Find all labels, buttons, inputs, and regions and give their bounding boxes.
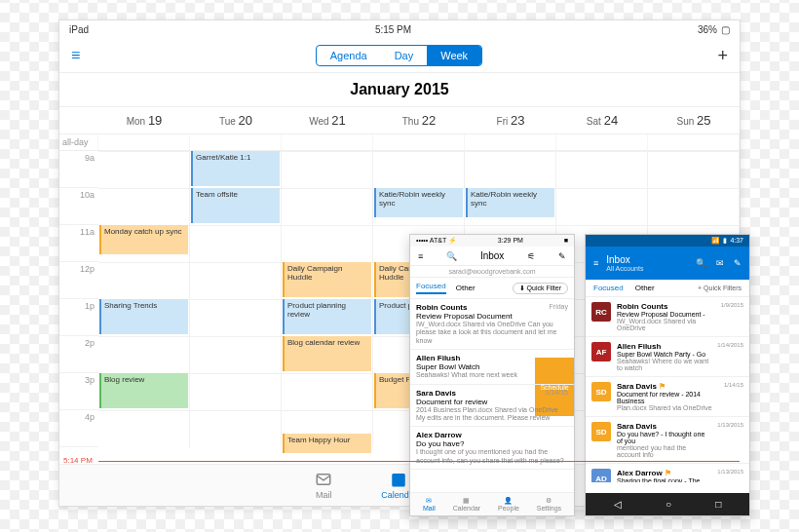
ios-statusbar: ••••• AT&T ⚡3:29 PM■ — [410, 235, 574, 247]
home-button[interactable]: ○ — [666, 499, 671, 510]
message-item[interactable]: AFAllen FilushSuper Bowl Watch Party - G… — [586, 337, 749, 377]
ipad-statusbar: iPad 5:15 PM 36%▢ — [59, 20, 740, 39]
device-label: iPad — [69, 24, 89, 35]
day-headers: Mon 19 Tue 20 Wed 21 Thu 22 Fri 23 Sat 2… — [59, 107, 740, 134]
message-item[interactable]: Allen FilushSuper Bowl WatchSeahawks! Wh… — [410, 350, 574, 384]
segment-day[interactable]: Day — [381, 46, 428, 65]
day-thu[interactable]: Thu 22 — [373, 107, 465, 133]
segment-week[interactable]: Week — [427, 46, 481, 65]
toolbar: ≡ Agenda Day Week + — [59, 39, 740, 73]
quick-filters-button[interactable]: + Quick Filters — [698, 285, 742, 291]
message-item[interactable]: RCRobin CountsReview Proposal Document -… — [586, 297, 749, 337]
account-label: All Accounts — [606, 265, 643, 272]
calendar-event[interactable]: Daily Campaign Huddle — [283, 262, 371, 297]
ios-header: ≡ 🔍 Inbox ⚟ ✎ — [410, 247, 574, 266]
search-icon[interactable]: 🔍 — [696, 258, 706, 268]
calendar-event[interactable]: Team offsite — [191, 188, 280, 223]
calendar-event[interactable]: Garret/Katie 1:1 — [191, 151, 280, 186]
mail-icon[interactable]: ✉ — [716, 258, 724, 268]
tab-settings[interactable]: ⚙Settings — [537, 497, 561, 512]
android-statusbar: 📶▮4:37 — [586, 235, 749, 247]
search-icon[interactable]: 🔍 — [446, 251, 457, 261]
svg-rect-1 — [393, 474, 406, 487]
tab-people[interactable]: 👤People — [498, 497, 519, 512]
tab-other[interactable]: Other — [456, 284, 476, 292]
tab-calendar[interactable]: ▦Calendar — [453, 497, 480, 512]
day-sat[interactable]: Sat 24 — [556, 107, 648, 133]
day-wed[interactable]: Wed 21 — [282, 107, 373, 133]
calendar-event[interactable]: Blog calendar review — [283, 336, 371, 371]
col-mon[interactable]: Monday catch up syncSharing TrendsBlog r… — [98, 151, 190, 447]
menu-icon[interactable]: ≡ — [418, 251, 423, 261]
message-item[interactable]: SDSara Davis ⚑Document for review - 2014… — [586, 377, 749, 417]
battery-label: 36%▢ — [698, 24, 730, 35]
ios-tabs: Focused Other ⬇ Quick Filter — [410, 278, 574, 299]
calendar-event[interactable]: Katie/Robin weekly sync — [466, 188, 554, 217]
android-message-list[interactable]: RCRobin CountsReview Proposal Document -… — [586, 297, 749, 482]
calendar-event[interactable]: Blog review — [99, 373, 188, 408]
view-segment: Agenda Day Week — [316, 45, 482, 66]
android-tabs: Focused Other + Quick Filters — [586, 280, 749, 297]
col-tue[interactable]: Garret/Katie 1:1Team offsite — [190, 151, 282, 447]
message-item[interactable]: Robin CountsReview Proposal DocumentIW_W… — [410, 299, 574, 350]
ios-phone: ••••• AT&T ⚡3:29 PM■ ≡ 🔍 Inbox ⚟ ✎ sarad… — [409, 234, 575, 516]
message-item[interactable]: Sara DavisDocument for review2014 Busine… — [410, 385, 574, 428]
calendar-event[interactable]: Sharing Trends — [99, 299, 188, 334]
day-fri[interactable]: Fri 23 — [465, 107, 556, 133]
tab-mail[interactable]: Mail — [315, 471, 332, 500]
message-item[interactable]: Alex DarrowSharing the final copyThe fin… — [410, 470, 574, 475]
calendar-event[interactable]: Team Happy Hour — [283, 434, 371, 453]
android-header: ≡ InboxAll Accounts 🔍 ✉ ✎ — [586, 247, 749, 280]
calendar-event[interactable]: Katie/Robin weekly sync — [374, 188, 463, 217]
ios-tabbar: ✉Mail ▦Calendar 👤People ⚙Settings — [410, 492, 574, 515]
filter-icon[interactable]: ⚟ — [527, 251, 535, 261]
segment-agenda[interactable]: Agenda — [317, 46, 381, 65]
tab-focused[interactable]: Focused — [416, 282, 446, 294]
compose-icon[interactable]: ✎ — [734, 258, 742, 268]
calendar-event[interactable]: Monday catch up sync — [99, 225, 188, 254]
compose-icon[interactable]: ✎ — [558, 251, 566, 261]
menu-icon[interactable]: ≡ — [593, 258, 598, 268]
android-phone: 📶▮4:37 ≡ InboxAll Accounts 🔍 ✉ ✎ Focused… — [585, 234, 750, 516]
col-wed[interactable]: Daily Campaign HuddleProduct planning re… — [282, 151, 373, 447]
quick-filter-button[interactable]: ⬇ Quick Filter — [513, 283, 568, 294]
status-time: 5:15 PM — [375, 24, 411, 35]
back-button[interactable]: ◁ — [614, 499, 622, 510]
android-navbar: ◁ ○ □ — [586, 493, 749, 515]
allday-row: all-day — [59, 134, 740, 151]
account-label: sarad@woodgrovebank.com — [410, 266, 574, 278]
day-sun[interactable]: Sun 25 — [648, 107, 740, 133]
menu-icon[interactable]: ≡ — [71, 47, 80, 64]
tab-mail[interactable]: ✉Mail — [423, 497, 436, 512]
message-item[interactable]: Alex DarrowDo you have?I thought one of … — [410, 427, 574, 470]
tab-focused[interactable]: Focused — [593, 284, 624, 292]
message-item[interactable]: ADAlex Darrow ⚑Sharing the final copy - … — [586, 464, 749, 482]
ios-message-list[interactable]: Schedule Robin CountsReview Proposal Doc… — [410, 299, 574, 475]
calendar-event[interactable]: Product planning review — [283, 299, 371, 334]
day-mon[interactable]: Mon 19 — [98, 107, 190, 133]
add-event-button[interactable]: + — [717, 46, 728, 66]
hour-column: 9a10a11a12p1p2p3p4p — [59, 151, 98, 447]
now-line — [98, 461, 740, 462]
message-item[interactable]: SDSara DavisDo you have? - I thought one… — [586, 417, 749, 464]
month-title: January 2015 — [59, 73, 740, 107]
recent-button[interactable]: □ — [715, 499, 721, 510]
inbox-title: Inbox — [480, 250, 504, 261]
day-tue[interactable]: Tue 20 — [190, 107, 282, 133]
inbox-title: Inbox — [606, 254, 643, 265]
tab-other[interactable]: Other — [635, 284, 655, 292]
